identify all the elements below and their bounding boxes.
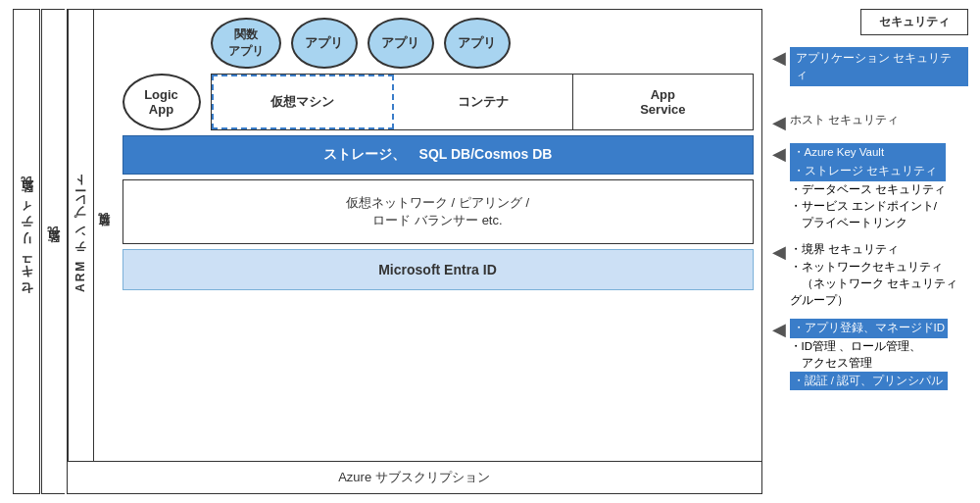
storage-note-3: ・データベース セキュリティ [790, 181, 946, 198]
service-boxes: 仮想マシン コンテナ AppService [211, 74, 754, 130]
app3-ellipse: アプリ [444, 18, 511, 69]
app2-ellipse: アプリ [368, 18, 434, 69]
kansu-app-ellipse: 関数アプリ [211, 18, 281, 69]
network-security-row: ◀ ・境界 セキュリティ ・ネットワークセキュリティ （ネットワーク セキュリテ… [772, 241, 968, 309]
app-service-label: AppService [640, 87, 685, 117]
network-label: 仮想ネットワーク / ピアリング /ロード バランサー etc. [346, 195, 529, 227]
arrow-entra-security: ◀ [772, 319, 786, 340]
host-security-label: ホスト セキュリティ [790, 112, 899, 128]
storage-note-4: ・サービス エンドポイント/ [790, 198, 946, 215]
storage-row: ストレージ、 SQL DB/Cosmos DB [122, 135, 754, 175]
security-monitor-label: セキュリティ監視 [13, 9, 40, 494]
network-row: 仮想ネットワーク / ピアリング /ロード バランサー etc. [122, 179, 754, 244]
middle-row: LogicApp 仮想マシン コンテナ AppService [122, 74, 754, 130]
entra-note-3: アクセス管理 [790, 355, 949, 372]
host-security-row: ◀ ホスト セキュリティ [772, 112, 968, 133]
monitor-inner-label: 監視 [93, 10, 115, 461]
storage-note-1: ・Azure Key Vault [790, 143, 946, 162]
network-note-2: ・ネットワークセキュリティ [790, 259, 968, 276]
subscription-bar: Azure サブスクリプション [68, 461, 761, 493]
app-security-label: アプリケーション セキュリティ [790, 47, 968, 86]
app1-ellipse: アプリ [291, 18, 358, 69]
container-box: コンテナ [394, 75, 573, 129]
vm-box: 仮想マシン [212, 75, 394, 129]
entra-security-notes: ・アプリ登録、マネージドID ・ID管理 、ロール管理、 アクセス管理 ・認証 … [790, 319, 949, 390]
arrow-storage-security: ◀ [772, 143, 786, 165]
arm-template-label: ARMテンプレート [68, 10, 93, 461]
storage-note-5: プライベートリンク [790, 215, 946, 231]
inner-content: 関数アプリ アプリ アプリ アプリ [115, 10, 761, 461]
storage-security-notes: ・Azure Key Vault ・ストレージ セキュリティ ・データベース セ… [790, 143, 946, 231]
storage-note-2: ・ストレージ セキュリティ [790, 162, 946, 180]
network-security-notes: ・境界 セキュリティ ・ネットワークセキュリティ （ネットワーク セキュリティ … [790, 241, 968, 309]
arrow-host-security: ◀ [772, 112, 786, 133]
entra-note-1: ・アプリ登録、マネージドID [790, 319, 949, 337]
network-note-3: （ネットワーク セキュリティ グループ） [790, 276, 968, 310]
entra-note-4: ・認証 / 認可、プリンシパル [790, 372, 949, 390]
network-note-1: ・境界 セキュリティ [790, 241, 968, 258]
entra-security-row: ◀ ・アプリ登録、マネージドID ・ID管理 、ロール管理、 アクセス管理 ・認… [772, 319, 968, 390]
arrow-app-security: ◀ [772, 47, 786, 69]
entra-id-row: Microsoft Entra ID [122, 249, 754, 290]
main-area: ARMテンプレート 監視 関数アプリ アプリ [67, 9, 762, 494]
arrow-network-security: ◀ [772, 241, 786, 263]
app-service-box: AppService [573, 75, 752, 129]
monitor-outer-label: 監視 [41, 9, 65, 494]
entra-note-2: ・ID管理 、ロール管理、 [790, 338, 949, 355]
logic-app-label: LogicApp [144, 87, 178, 117]
logic-app-ellipse: LogicApp [122, 74, 201, 130]
storage-security-row: ◀ ・Azure Key Vault ・ストレージ セキュリティ ・データベース… [772, 143, 968, 231]
right-panel: セキュリティ ◀ アプリケーション セキュリティ ◀ ホスト セキュリティ ◀ [762, 9, 968, 494]
security-title-box: セキュリティ [860, 9, 968, 35]
app-security-row: ◀ アプリケーション セキュリティ [772, 47, 968, 86]
top-ellipses-row: 関数アプリ アプリ アプリ アプリ [122, 18, 754, 69]
